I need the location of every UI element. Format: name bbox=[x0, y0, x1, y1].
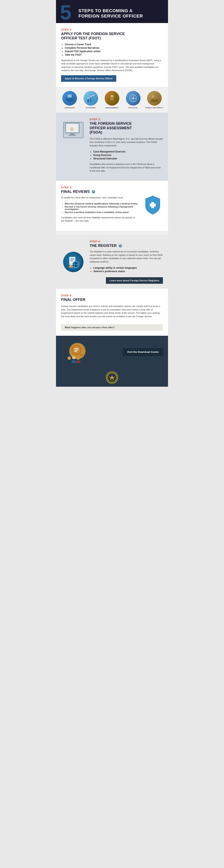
consular-icon bbox=[62, 91, 77, 105]
step1-bullet-1: Choose a Career Track bbox=[65, 43, 163, 46]
step2-bullet-2: Group Exercise bbox=[93, 154, 163, 157]
footer-section: Visit the Download Center bbox=[56, 336, 168, 368]
step3-bullet-3: Receive a positive evaluation from a sui… bbox=[65, 211, 138, 213]
step4-bullet-1: Language ability in certain languages bbox=[93, 267, 163, 269]
career-tracks-section: CONSULAR ECONOMIC MANAGEMEN bbox=[56, 87, 168, 113]
step2-label: STEP 2: bbox=[90, 118, 163, 121]
step1-title: APPLY FOR THE FOREIGN SERVICE OFFICER TE… bbox=[61, 32, 163, 40]
step3-right bbox=[142, 196, 163, 214]
step3-content: To qualify for a final offer of employme… bbox=[61, 196, 163, 226]
step3-bullet-2: Receive a Top Secret security clearance … bbox=[65, 206, 138, 210]
svg-rect-3 bbox=[67, 100, 73, 101]
step2-paragraph1: The FSOA is offered in Washington, D.C. … bbox=[90, 137, 163, 147]
spacer1 bbox=[56, 231, 168, 235]
step4-title: THE REGISTER bbox=[90, 244, 117, 248]
big-number: 5 bbox=[60, 2, 71, 23]
svg-marker-2 bbox=[68, 94, 72, 95]
svg-rect-19 bbox=[69, 135, 76, 135]
management-icon bbox=[105, 91, 119, 105]
svg-point-39 bbox=[68, 356, 71, 360]
step2-bullets: Case Management Exercise Group Exercise … bbox=[90, 150, 163, 160]
svg-point-32 bbox=[69, 263, 72, 266]
step3-title-row: FINAL REVIEWS ? bbox=[61, 190, 163, 194]
step3-label: STEP 3: bbox=[61, 186, 163, 189]
help-icon-register[interactable]: ? bbox=[119, 244, 122, 247]
step1-label: STEP 1: bbox=[61, 28, 163, 31]
apply-fso-button[interactable]: Apply to Become a Foreign Service Office… bbox=[61, 75, 116, 82]
step5-paragraph: Foreign Service candidates are hired in … bbox=[61, 305, 163, 318]
track-consular: CONSULAR bbox=[61, 91, 79, 108]
header-title: STEPS TO BECOMING A FOREIGN SERVICE OFFI… bbox=[78, 6, 162, 19]
svg-rect-21 bbox=[71, 127, 73, 130]
svg-point-14 bbox=[152, 95, 154, 98]
step3-paragraph: Candidates who meet all three eligibilit… bbox=[61, 216, 138, 223]
step2-content: STEP 2: THE FOREIGN SERVICE OFFICER ASSE… bbox=[90, 118, 163, 176]
economic-icon bbox=[84, 91, 98, 105]
step2-bullet-3: Structured Interview bbox=[93, 157, 163, 160]
step1-bullet-4: Take the FSOT bbox=[65, 54, 163, 56]
clearfix: Learn more about Foreign Service Registe… bbox=[90, 275, 163, 284]
header-heading: STEPS TO BECOMING A FOREIGN SERVICE OFFI… bbox=[78, 8, 162, 19]
step1-section: STEP 1: APPLY FOR THE FOREIGN SERVICE OF… bbox=[56, 23, 168, 87]
step3-title: FINAL REVIEWS bbox=[61, 190, 90, 194]
svg-rect-1 bbox=[68, 95, 72, 98]
step1-bullet-3: Submit FSO Application online bbox=[65, 50, 163, 53]
svg-point-13 bbox=[132, 97, 134, 99]
political-label: POLITICAL bbox=[128, 107, 138, 108]
footer-right: Visit the Download Center bbox=[98, 348, 163, 356]
step4-section: STEP 4: THE REGISTER ? The Register is a… bbox=[56, 235, 168, 289]
step1-paragraph: Applications to the Foreign Service are … bbox=[61, 59, 163, 72]
svg-rect-8 bbox=[110, 99, 114, 100]
header-section: 5 STEPS TO BECOMING A FOREIGN SERVICE OF… bbox=[56, 0, 168, 23]
state-department-seal bbox=[106, 371, 118, 384]
step3-section: STEP 3: FINAL REVIEWS ? To qualify for a… bbox=[56, 181, 168, 231]
step4-bullets: Language ability in certain languages Ve… bbox=[90, 267, 163, 273]
management-label: MANAGEMENT bbox=[105, 107, 118, 108]
svg-rect-18 bbox=[70, 133, 74, 135]
what-happens-button[interactable]: What happens after you accept a final of… bbox=[61, 324, 163, 331]
public-diplomacy-label: PUBLIC DIPLOMACY bbox=[146, 107, 163, 108]
step4-illustration bbox=[61, 240, 86, 284]
step3-left: To qualify for a final offer of employme… bbox=[61, 196, 138, 226]
svg-point-41 bbox=[76, 356, 80, 360]
step3-bullet-1: Meet the minimum medical qualifications … bbox=[65, 203, 138, 205]
svg-rect-4 bbox=[87, 99, 89, 102]
step3-bullets: Meet the minimum medical qualifications … bbox=[61, 203, 138, 213]
learn-more-button[interactable]: Learn more about Foreign Service Registe… bbox=[106, 277, 163, 284]
svg-rect-23 bbox=[150, 204, 156, 207]
step3-intro: To qualify for a final offer of employme… bbox=[61, 196, 138, 199]
monitor-icon bbox=[63, 122, 84, 138]
step4-label: STEP 4: bbox=[90, 240, 163, 243]
step4-content: STEP 4: THE REGISTER ? The Register is a… bbox=[90, 240, 163, 284]
step1-bullet-2: Complete Personal Narratives bbox=[65, 46, 163, 49]
svg-rect-6 bbox=[92, 96, 94, 102]
svg-point-15 bbox=[155, 95, 158, 98]
consular-label: CONSULAR bbox=[65, 107, 74, 108]
step4-bullet-2: Veteran's preference status bbox=[93, 270, 163, 273]
seal-section bbox=[56, 368, 168, 387]
step5-title: FINAL OFFER bbox=[61, 298, 163, 302]
register-icon bbox=[63, 252, 84, 272]
public-diplomacy-icon bbox=[147, 91, 162, 105]
page-container: 5 STEPS TO BECOMING A FOREIGN SERVICE OF… bbox=[56, 0, 168, 387]
step5-section: STEP 5: FINAL OFFER Foreign Service cand… bbox=[56, 289, 168, 336]
step2-title: THE FOREIGN SERVICE OFFICER ASSESSMENT (… bbox=[90, 122, 163, 135]
step4-paragraph: The Register is a rank-ordered list of s… bbox=[90, 250, 163, 264]
step2-section: STEP 2: THE FOREIGN SERVICE OFFICER ASSE… bbox=[56, 113, 168, 181]
svg-point-40 bbox=[72, 356, 75, 359]
help-icon[interactable]: ? bbox=[92, 190, 95, 193]
track-management: MANAGEMENT bbox=[103, 91, 121, 108]
svg-rect-5 bbox=[90, 98, 91, 102]
step5-label: STEP 5: bbox=[61, 294, 163, 297]
step1-bullets: Choose a Career Track Complete Personal … bbox=[61, 43, 163, 56]
step2-illustration bbox=[61, 118, 86, 176]
svg-point-44 bbox=[111, 376, 113, 378]
economic-label: ECONOMIC bbox=[86, 107, 96, 108]
track-economic: ECONOMIC bbox=[82, 91, 100, 108]
step2-paragraph2: Candidates who receive a passing score i… bbox=[90, 162, 163, 173]
download-center-button[interactable]: Visit the Download Center bbox=[123, 348, 163, 356]
step4-title-row: THE REGISTER ? bbox=[90, 244, 163, 248]
political-icon bbox=[126, 91, 140, 105]
track-political: POLITICAL bbox=[124, 91, 142, 108]
footer-illustration bbox=[61, 340, 98, 364]
